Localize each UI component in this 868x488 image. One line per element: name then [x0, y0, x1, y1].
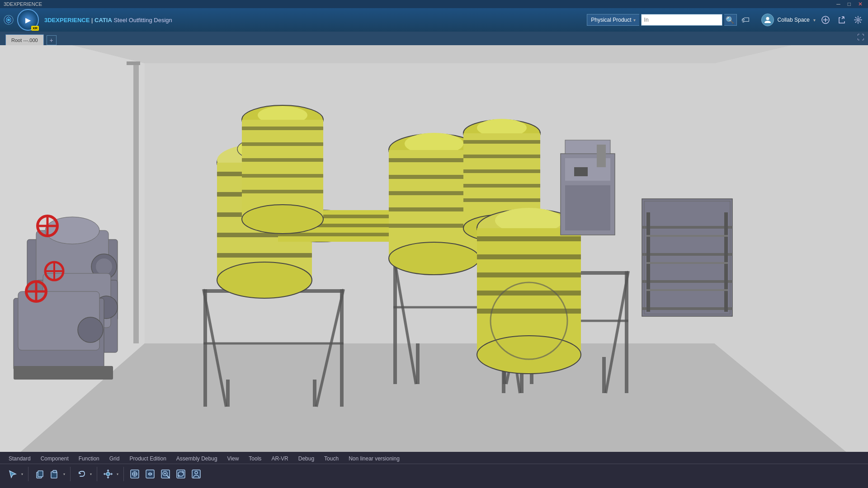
- svg-rect-33: [14, 366, 113, 380]
- move-icon[interactable]: [101, 467, 115, 481]
- module-name: Steel Outfitting Design: [112, 17, 172, 23]
- arrow-select-tool[interactable]: ▾: [5, 467, 24, 481]
- toolbar-tab-product-edition[interactable]: Product Edition: [124, 454, 171, 464]
- svg-point-32: [78, 317, 103, 343]
- move-tool[interactable]: ▾: [101, 467, 120, 481]
- share-button[interactable]: [835, 14, 848, 26]
- copy-tool[interactable]: [32, 467, 47, 481]
- svg-rect-85: [602, 357, 606, 393]
- toolbar-tab-component[interactable]: Component: [36, 454, 74, 464]
- svg-rect-105: [463, 198, 540, 202]
- toolbar-group-undo: ▾: [74, 467, 97, 481]
- svg-rect-131: [646, 235, 728, 237]
- viewport-canvas: [0, 45, 868, 452]
- viewport[interactable]: [0, 45, 868, 452]
- svg-point-97: [389, 242, 479, 275]
- svg-rect-125: [642, 226, 732, 229]
- svg-rect-128: [642, 307, 732, 310]
- undo-dropdown-arrow[interactable]: ▾: [89, 467, 93, 481]
- toolbar-tab-debug[interactable]: Debug: [293, 454, 319, 464]
- toolbar-tabs: Standard Component Function Grid Product…: [0, 452, 868, 464]
- toolbar-tab-grid[interactable]: Grid: [104, 454, 125, 464]
- paste-tool[interactable]: ▾: [47, 467, 66, 481]
- svg-point-15: [45, 217, 99, 244]
- search-button[interactable]: 🔍: [724, 14, 737, 26]
- svg-rect-132: [646, 262, 728, 264]
- svg-rect-101: [463, 140, 540, 144]
- arrow-select-dropdown-arrow[interactable]: ▾: [20, 467, 24, 481]
- user-settings-icon[interactable]: [189, 467, 203, 481]
- header-right: Collab Space ▾: [761, 14, 864, 26]
- tab-add-button[interactable]: +: [47, 35, 57, 45]
- zoom-icon[interactable]: [158, 467, 173, 481]
- undo-icon[interactable]: [74, 467, 89, 481]
- svg-rect-122: [597, 145, 606, 167]
- toolbar-tab-standard[interactable]: Standard: [4, 454, 36, 464]
- svg-point-138: [106, 472, 110, 476]
- svg-rect-135: [38, 471, 43, 477]
- move-dropdown-arrow[interactable]: ▾: [115, 467, 120, 481]
- app-title: 3DEXPERIENCE | CATIA Steel Outfitting De…: [44, 17, 172, 23]
- svg-rect-120: [574, 167, 588, 176]
- search-area: Physical Product ▾ 🔍 🏷: [587, 14, 752, 26]
- search-input[interactable]: [641, 14, 722, 26]
- toolbar-tab-ar-vr[interactable]: AR-VR: [266, 454, 293, 464]
- collab-space-dropdown[interactable]: Collab Space ▾: [778, 17, 816, 23]
- copy-icon[interactable]: [32, 467, 47, 481]
- toolbar-tab-function[interactable]: Function: [74, 454, 104, 464]
- pan-icon[interactable]: [143, 467, 157, 481]
- add-button[interactable]: [819, 14, 832, 26]
- svg-rect-68: [242, 142, 323, 146]
- brand-name: 3DEXPERIENCE: [44, 17, 90, 23]
- svg-point-72: [242, 205, 323, 234]
- toolbar-tab-assembly-debug[interactable]: Assembly Debug: [171, 454, 222, 464]
- minimize-button[interactable]: ─: [835, 1, 842, 7]
- toolbar-tab-view[interactable]: View: [222, 454, 244, 464]
- fullscreen-button[interactable]: ⛶: [857, 33, 864, 42]
- play-button[interactable]: XR: [17, 9, 39, 31]
- arrow-select-icon[interactable]: [5, 467, 20, 481]
- search-dropdown-arrow: ▾: [633, 18, 636, 23]
- svg-point-2: [766, 17, 769, 20]
- rotate-icon[interactable]: [174, 467, 188, 481]
- svg-point-1: [7, 19, 10, 21]
- tab-root[interactable]: Root ---.000: [5, 34, 44, 45]
- toolbar-group-transform: ▾: [101, 467, 124, 481]
- svg-rect-67: [242, 127, 323, 130]
- svg-rect-102: [463, 155, 540, 158]
- svg-rect-126: [642, 253, 732, 256]
- svg-rect-76: [416, 343, 420, 384]
- close-button[interactable]: ✕: [856, 1, 864, 7]
- svg-rect-12: [127, 61, 140, 65]
- svg-rect-112: [477, 272, 581, 277]
- paste-icon[interactable]: [47, 467, 62, 481]
- svg-rect-38: [313, 380, 316, 407]
- svg-point-51: [217, 262, 312, 298]
- toolbar-tab-non-linear[interactable]: Non linear versioning: [344, 454, 405, 464]
- undo-tool[interactable]: ▾: [74, 467, 93, 481]
- paste-dropdown-arrow[interactable]: ▾: [62, 467, 66, 481]
- user-avatar[interactable]: [761, 14, 774, 26]
- svg-point-20: [96, 258, 112, 275]
- svg-rect-127: [642, 280, 732, 283]
- svg-point-115: [477, 336, 581, 374]
- maximize-button[interactable]: □: [846, 1, 853, 7]
- separator: |: [90, 17, 94, 23]
- search-type-dropdown[interactable]: Physical Product ▾: [587, 14, 639, 26]
- app-name: CATIA: [94, 17, 112, 23]
- bottom-toolbar: Standard Component Function Grid Product…: [0, 452, 868, 488]
- svg-rect-70: [242, 174, 323, 178]
- svg-point-4: [857, 19, 859, 21]
- tag-button[interactable]: 🏷: [739, 15, 752, 25]
- toolbar-tab-tools[interactable]: Tools: [244, 454, 266, 464]
- window-controls[interactable]: ─ □ ✕: [835, 1, 864, 7]
- svg-rect-103: [463, 169, 540, 173]
- settings-button[interactable]: [852, 14, 864, 26]
- svg-rect-56: [217, 253, 312, 258]
- play-button-badge: XR: [31, 26, 39, 31]
- svg-rect-133: [646, 289, 728, 291]
- toolbar-tab-touch[interactable]: Touch: [319, 454, 344, 464]
- search-dropdown-label: Physical Product: [591, 17, 631, 23]
- svg-rect-111: [477, 254, 581, 259]
- fit-all-icon[interactable]: [127, 467, 142, 481]
